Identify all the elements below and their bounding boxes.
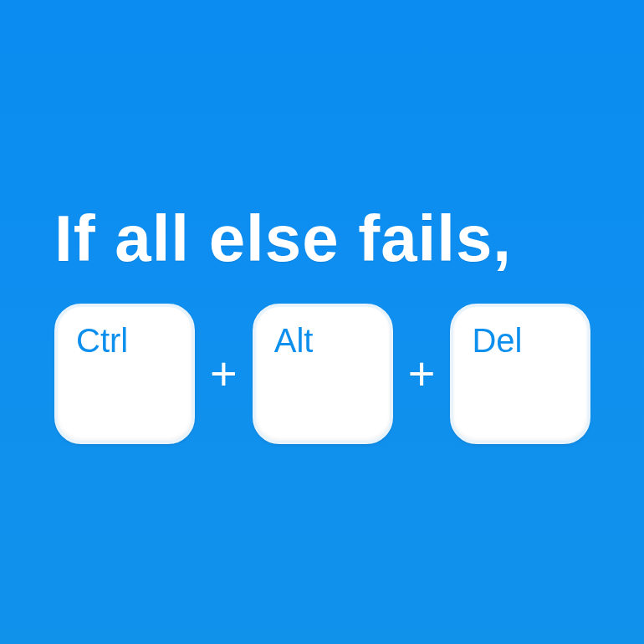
- plus-separator: +: [210, 350, 238, 397]
- key-alt-label: Alt: [274, 324, 314, 357]
- keys-row: Ctrl + Alt + Del: [54, 304, 590, 444]
- key-alt: Alt: [253, 304, 393, 444]
- graphic-container: If all else fails, Ctrl + Alt + Del: [0, 201, 644, 444]
- heading-text: If all else fails,: [54, 201, 512, 277]
- key-del-label: Del: [472, 324, 522, 357]
- key-del: Del: [450, 304, 590, 444]
- key-ctrl: Ctrl: [54, 304, 195, 444]
- key-ctrl-label: Ctrl: [76, 324, 128, 357]
- plus-separator: +: [408, 350, 436, 397]
